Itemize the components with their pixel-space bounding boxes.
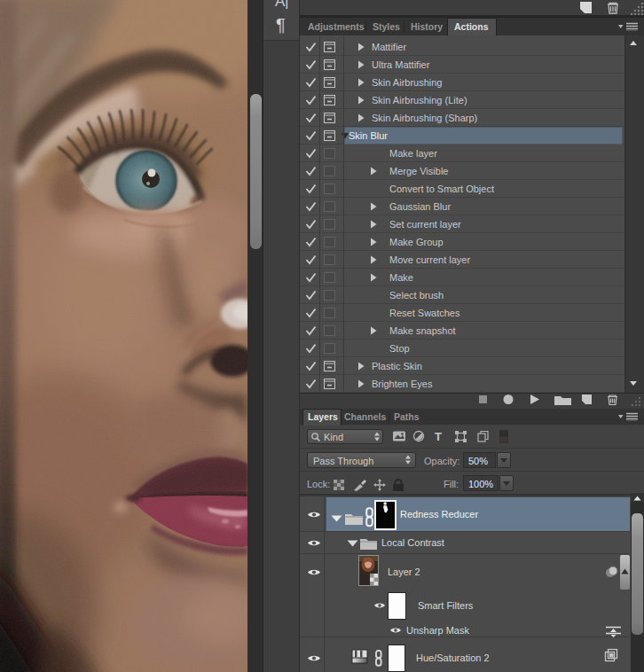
svg-text:T: T — [435, 430, 442, 443]
